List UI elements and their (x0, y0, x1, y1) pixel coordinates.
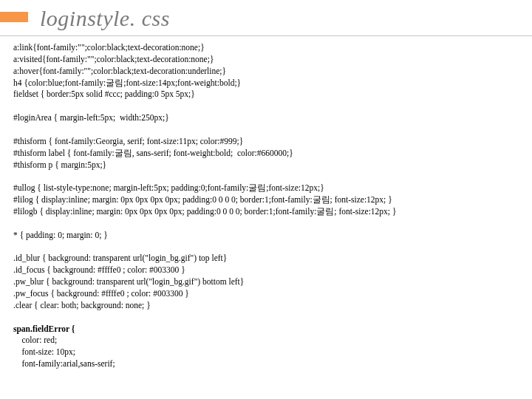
code-line: #thisform p { margin:5px;} (13, 160, 525, 171)
code-line: a:hover{font-family:"";color:black;text-… (13, 66, 525, 78)
code-line: .pw_focus { background: #ffffe0 ; color:… (13, 288, 525, 300)
code-line: font-family:arial,sans-serif; (13, 358, 525, 370)
code-line: .clear { clear: both; background: none; … (13, 300, 525, 312)
code-line (13, 124, 525, 136)
code-line: #loginArea { margin-left:5px; width:250p… (13, 112, 525, 124)
code-line: a:link{font-family:"";color:black;text-d… (13, 42, 525, 54)
code-line: color: red; (13, 335, 525, 347)
slide-title: loginstyle. css (40, 0, 532, 31)
code-line (13, 218, 525, 230)
code-line: span.fieldError { (13, 324, 525, 335)
code-line: fieldset { border:5px solid #ccc; paddin… (13, 89, 525, 100)
code-line: #lilog { display:inline; margin: 0px 0px… (13, 194, 525, 206)
code-line: .pw_blur { background: transparent url("… (13, 276, 525, 288)
code-line: * { padding: 0; margin: 0; } (13, 230, 525, 242)
code-line (13, 242, 525, 253)
accent-block (0, 12, 28, 22)
code-line: .id_focus { background: #ffffe0 ; color:… (13, 265, 525, 276)
code-line (13, 171, 525, 183)
code-line (13, 312, 525, 324)
code-line: h4 {color:blue;font-family:굴림;font-size:… (13, 78, 525, 89)
code-line (13, 100, 525, 112)
code-line: font-size: 10px; (13, 347, 525, 358)
code-line: .id_blur { background: transparent url("… (13, 253, 525, 265)
code-line: #thisform { font-family:Georgia, serif; … (13, 136, 525, 148)
title-bar: loginstyle. css (0, 0, 532, 36)
slide: loginstyle. css a:link{font-family:"";co… (0, 0, 532, 399)
code-content: a:link{font-family:"";color:black;text-d… (0, 36, 532, 370)
code-line: #ullog { list-style-type:none; margin-le… (13, 183, 525, 194)
code-line: #thisform label { font-family:굴림, sans-s… (13, 148, 525, 160)
code-line: a:visited{font-family:"";color:black;tex… (13, 54, 525, 66)
code-line: #lilogb { display:inline; margin: 0px 0p… (13, 206, 525, 218)
